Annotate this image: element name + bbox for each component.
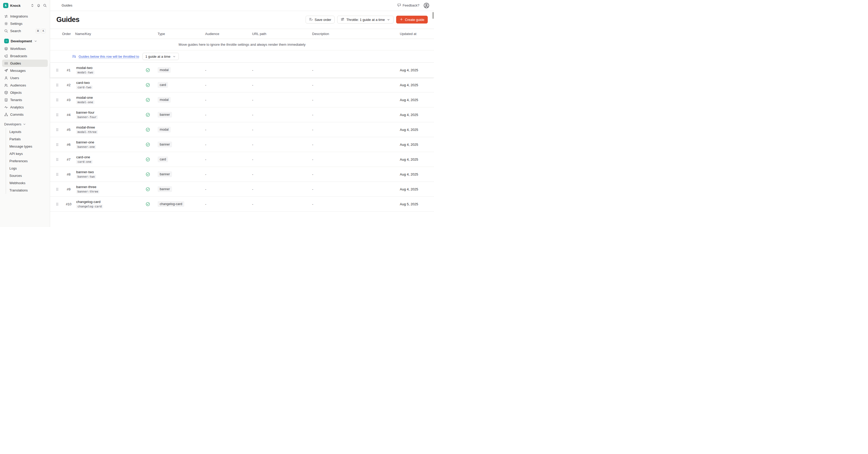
table-row[interactable]: #9banner-threebanner-threebanner---Aug 4… — [50, 182, 434, 197]
row-drag-handle[interactable] — [50, 143, 62, 146]
user-avatar[interactable] — [424, 3, 429, 8]
objects-icon — [4, 91, 8, 94]
sidebar-item-translations[interactable]: Translations — [6, 187, 48, 194]
row-drag-handle[interactable] — [50, 172, 62, 176]
guide-name-cell[interactable]: modal-onemodal-one — [75, 95, 146, 104]
sidebar-item-layouts[interactable]: Layouts — [6, 128, 48, 135]
sidebar-item-commits[interactable]: Commits — [2, 111, 48, 118]
sidebar-item-users[interactable]: Users — [2, 74, 48, 82]
sidebar-item-sources[interactable]: Sources — [6, 172, 48, 179]
row-drag-handle[interactable] — [50, 68, 62, 72]
sidebar-item-label: Audiences — [10, 83, 26, 87]
guide-status-cell — [146, 187, 155, 192]
row-order: #6 — [62, 143, 75, 146]
table-row[interactable]: #2card-twocard-twocard---Aug 4, 2025 — [50, 78, 434, 92]
guide-description: - — [311, 143, 399, 146]
table-row[interactable]: #5modal-threemodal-threemodal---Aug 4, 2… — [50, 122, 434, 137]
guide-updated-at: Aug 4, 2025 — [399, 187, 434, 191]
sidebar-item-analytics[interactable]: Analytics — [2, 104, 48, 111]
row-drag-handle[interactable] — [50, 187, 62, 191]
guide-name-cell[interactable]: banner-threebanner-three — [75, 185, 146, 194]
expand-workspace-button[interactable] — [31, 4, 34, 7]
sort-throttle-icon-wrap — [72, 54, 76, 58]
sidebar-item-workflows[interactable]: Workflows — [2, 45, 48, 52]
sidebar-item-settings[interactable]: Settings — [2, 20, 48, 27]
row-drag-handle[interactable] — [50, 98, 62, 102]
sidebar-item-logs[interactable]: Logs — [6, 165, 48, 172]
guide-url-path: - — [251, 68, 311, 72]
audiences-icon — [4, 83, 8, 87]
sidebar-section-development[interactable]: Development — [2, 37, 48, 45]
drag-handle-icon — [55, 158, 59, 162]
sidebar-nav: IntegrationsSettingsSearch⌘K Development… — [0, 11, 50, 194]
guide-audience: - — [204, 113, 251, 117]
guide-type-badge: card — [158, 157, 168, 162]
guide-name: banner-three — [76, 185, 146, 189]
sidebar-item-webhooks[interactable]: Webhooks — [6, 179, 48, 187]
guide-audience: - — [204, 202, 251, 206]
table-row[interactable]: #6banner-onebanner-onebanner---Aug 4, 20… — [50, 137, 434, 152]
row-drag-handle[interactable] — [50, 202, 62, 206]
sidebar-item-objects[interactable]: Objects — [2, 89, 48, 96]
guide-key: banner-one — [76, 145, 96, 149]
guide-description: - — [311, 83, 399, 87]
check-circle-icon — [146, 68, 150, 73]
column-header-description: Description — [311, 32, 399, 36]
sidebar-item-tenants[interactable]: Tenants — [2, 96, 48, 104]
sidebar-item-preferences[interactable]: Preferences — [6, 157, 48, 165]
sidebar-item-message-types[interactable]: Message types — [6, 143, 48, 150]
guide-audience: - — [204, 158, 251, 162]
table-row[interactable]: #8banner-twobanner-twobanner---Aug 4, 20… — [50, 167, 434, 182]
sidebar-item-api-keys[interactable]: API keys — [6, 150, 48, 157]
sidebar-item-search[interactable]: Search⌘K — [2, 27, 48, 34]
analytics-icon — [4, 105, 8, 109]
feedback-label: Feedback? — [403, 3, 420, 7]
guide-name-cell[interactable]: banner-onebanner-one — [75, 140, 146, 149]
sidebar-item-messages[interactable]: Messages — [2, 67, 48, 74]
create-guide-button[interactable]: Create guide — [396, 16, 428, 24]
drag-handle-icon — [55, 202, 59, 206]
create-guide-label: Create guide — [405, 18, 424, 22]
sidebar-item-label: Webhooks — [9, 181, 25, 185]
row-drag-handle[interactable] — [50, 158, 62, 162]
speech-bubble-icon — [397, 3, 401, 7]
sidebar-item-integrations[interactable]: Integrations — [2, 12, 48, 20]
guide-name-cell[interactable]: modal-threemodal-three — [75, 125, 146, 134]
sidebar-item-partials[interactable]: Partials — [6, 135, 48, 143]
sidebar-item-broadcasts[interactable]: Broadcasts — [2, 52, 48, 60]
row-drag-handle[interactable] — [50, 83, 62, 87]
guide-name-cell[interactable]: modal-twomodal-two — [75, 66, 146, 75]
table-row[interactable]: #4banner-fourbanner-fourbanner---Aug 4, … — [50, 107, 434, 122]
column-header-updated-at: Updated at — [399, 32, 434, 36]
table-row[interactable]: #1modal-twomodal-twomodal---Aug 4, 2025 — [50, 63, 434, 78]
search-button[interactable] — [43, 4, 47, 7]
guide-name-cell[interactable]: changelog-cardchangelog-card — [75, 200, 146, 208]
commits-icon — [4, 113, 8, 116]
feedback-button[interactable]: Feedback? — [397, 3, 420, 8]
row-drag-handle[interactable] — [50, 128, 62, 132]
scrollbar-thumb[interactable] — [432, 12, 434, 19]
table-row[interactable]: #7card-onecard-onecard---Aug 4, 2025 — [50, 152, 434, 167]
sidebar-section-developers[interactable]: Developers — [2, 120, 48, 128]
guide-updated-at: Aug 4, 2025 — [399, 68, 434, 72]
throttle-divider-label[interactable]: Guides below this row will be throttled … — [79, 55, 139, 58]
guide-name-cell[interactable]: card-onecard-one — [75, 155, 146, 164]
guide-key: modal-one — [76, 100, 94, 104]
throttle-select[interactable]: 1 guide at a time — [143, 53, 179, 60]
table-row[interactable]: #10changelog-cardchangelog-cardchangelog… — [50, 197, 434, 211]
sidebar-item-audiences[interactable]: Audiences — [2, 82, 48, 89]
sidebar-item-label: API keys — [9, 152, 23, 156]
notifications-bell-button[interactable] — [37, 4, 40, 7]
row-drag-handle[interactable] — [50, 113, 62, 117]
drop-zone-hint: Move guides here to ignore the throttle … — [50, 39, 434, 50]
guide-name-cell[interactable]: card-twocard-two — [75, 81, 146, 89]
throttle-dropdown-button[interactable]: Throttle: 1 guide at a time — [337, 16, 393, 24]
save-order-button[interactable]: Save order — [306, 16, 335, 24]
guide-name-cell[interactable]: banner-fourbanner-four — [75, 111, 146, 119]
guide-name: changelog-card — [76, 200, 146, 204]
workspace-switcher[interactable]: k Knock — [0, 0, 50, 11]
guide-name-cell[interactable]: banner-twobanner-two — [75, 170, 146, 179]
sidebar-item-guides[interactable]: Guides — [2, 60, 48, 67]
guide-status-cell — [146, 83, 155, 87]
table-row[interactable]: #3modal-onemodal-onemodal---Aug 4, 2025 — [50, 92, 434, 107]
